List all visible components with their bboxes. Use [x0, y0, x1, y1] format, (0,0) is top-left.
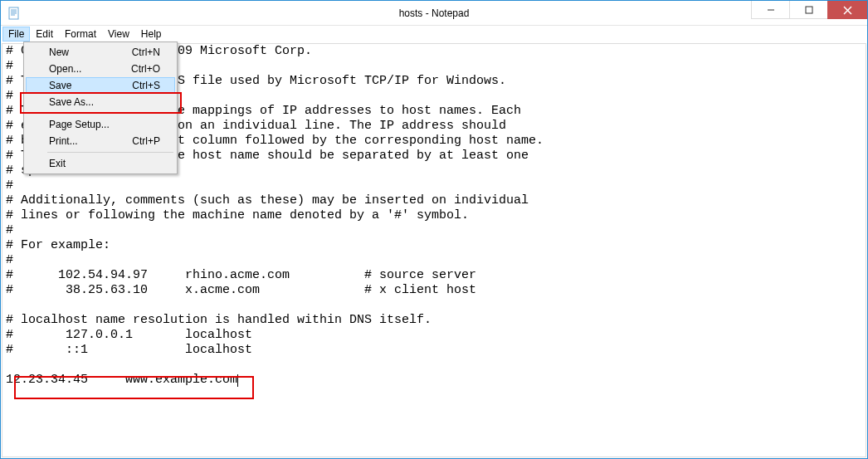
- file-menu-save[interactable]: SaveCtrl+S: [26, 77, 175, 94]
- menu-item-label: Exit: [49, 158, 66, 169]
- menu-item-label: Open...: [49, 63, 81, 75]
- window-title: hosts - Notepad: [399, 7, 470, 19]
- menu-file[interactable]: File: [2, 27, 30, 42]
- menu-item-label: Page Setup...: [49, 119, 110, 130]
- menubar: FileEditFormatViewHelp: [1, 26, 867, 42]
- menu-item-label: Save As...: [49, 96, 94, 108]
- menu-edit[interactable]: Edit: [30, 27, 59, 42]
- window-controls: [751, 1, 867, 19]
- menu-separator: [47, 113, 173, 114]
- menu-separator: [47, 152, 173, 153]
- minimize-button[interactable]: [751, 1, 789, 19]
- maximize-button[interactable]: [789, 1, 827, 19]
- file-menu-print[interactable]: Print...Ctrl+P: [26, 133, 175, 149]
- file-menu-new[interactable]: NewCtrl+N: [26, 44, 175, 61]
- menu-format[interactable]: Format: [59, 27, 102, 42]
- svg-rect-6: [806, 7, 812, 13]
- text-cursor: [237, 374, 238, 387]
- titlebar[interactable]: hosts - Notepad: [1, 1, 867, 26]
- file-menu-open[interactable]: Open...Ctrl+O: [26, 61, 175, 77]
- menu-help[interactable]: Help: [135, 27, 168, 42]
- menu-item-label: Save: [49, 80, 71, 91]
- menu-item-shortcut: Ctrl+S: [132, 80, 160, 91]
- notepad-icon: [7, 7, 21, 20]
- menu-view[interactable]: View: [102, 27, 135, 42]
- menu-item-label: New: [49, 46, 69, 58]
- menu-item-shortcut: Ctrl+O: [131, 63, 160, 75]
- menu-item-shortcut: Ctrl+P: [132, 135, 160, 147]
- file-menu-dropdown: NewCtrl+NOpen...Ctrl+OSaveCtrl+SSave As.…: [23, 42, 178, 174]
- file-menu-page-setup[interactable]: Page Setup...: [26, 116, 175, 133]
- file-menu-exit[interactable]: Exit: [26, 155, 175, 172]
- file-menu-save-as[interactable]: Save As...: [26, 94, 175, 110]
- close-button[interactable]: [827, 1, 867, 19]
- menu-item-shortcut: Ctrl+N: [132, 46, 160, 58]
- menu-item-label: Print...: [49, 135, 78, 147]
